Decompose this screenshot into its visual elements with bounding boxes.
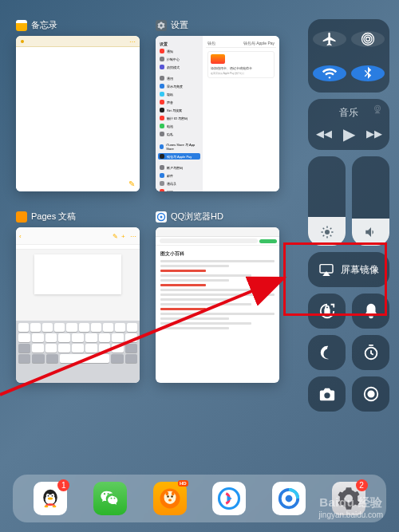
settings-row: 勿扰模式 (158, 64, 200, 70)
settings-row: 帐户与密码 (158, 164, 200, 171)
app-card-qqbrowser[interactable]: QQ浏览器HD 图文小百科 (156, 211, 279, 383)
notes-preview[interactable]: ⋯ ✎ (16, 36, 140, 191)
more-icon: ⋯ (130, 233, 136, 239)
dock-app-qqbrowser[interactable] (272, 482, 306, 515)
back-icon: ‹ (19, 233, 26, 239)
settings-row: 通知 (158, 48, 200, 54)
app-card-notes[interactable]: 备忘录 ⋯ ✎ (16, 19, 140, 191)
settings-row: 通用 (158, 75, 200, 81)
timer-button[interactable] (352, 335, 389, 370)
svg-point-28 (171, 495, 173, 498)
hd-badge: HD (178, 480, 188, 487)
app-card-pages[interactable]: Pages 文稿 ‹ ✎ + ⋯ (16, 211, 140, 383)
edit-icon: ⋯ (129, 38, 136, 45)
settings-row: 邮件 (158, 172, 200, 179)
app-switcher-area: 备忘录 ⋯ ✎ 设置 (0, 0, 305, 532)
svg-point-18 (48, 495, 49, 497)
qqbrowser-app-icon (156, 211, 167, 223)
settings-row: 墙纸 (158, 91, 200, 97)
settings-row: 显示与亮度 (158, 83, 200, 89)
settings-row: Siri 与搜索 (158, 107, 200, 113)
settings-row: iTunes Store 与 App Store (158, 142, 200, 152)
brightness-slider[interactable] (308, 156, 346, 246)
svg-point-12 (368, 391, 373, 396)
screen-mirror-label: 屏幕镜像 (341, 263, 379, 277)
airplay-audio-icon (372, 104, 383, 115)
pages-app-icon (16, 211, 27, 223)
screen-record-button[interactable] (352, 376, 389, 412)
svg-rect-9 (325, 309, 330, 313)
app-card-settings[interactable]: 设置 设置 通知控制中心勿扰模式通用显示与亮度墙纸声音Siri 与搜索触控 ID… (156, 19, 279, 191)
music-label: 音乐 (339, 106, 358, 120)
connectivity-tile[interactable] (308, 19, 389, 93)
brightness-icon (320, 225, 334, 239)
settings-row: 日历 (158, 188, 200, 191)
svg-point-27 (167, 495, 169, 498)
silent-mode-button[interactable] (352, 294, 389, 329)
svg-point-3 (364, 35, 372, 43)
svg-point-2 (366, 37, 370, 41)
next-track-icon[interactable]: ▶▶ (366, 128, 382, 140)
add-icon: + (121, 233, 128, 239)
settings-row: 电池 (158, 123, 200, 129)
svg-point-21 (45, 506, 49, 508)
dock-app-qq[interactable]: 1 (34, 482, 67, 515)
keyboard[interactable] (16, 321, 140, 383)
settings-row: 钱包与 Apple Pay (158, 153, 200, 160)
airplane-toggle[interactable] (313, 31, 346, 47)
notes-app-icon (16, 20, 27, 31)
badge: 1 (57, 479, 69, 491)
svg-point-29 (168, 499, 172, 501)
volume-slider[interactable] (352, 156, 389, 246)
dock-app-uc[interactable]: HD (153, 482, 187, 515)
brush-icon: ✎ (113, 233, 119, 239)
wifi-toggle[interactable] (313, 65, 346, 81)
app-label: QQ浏览器HD (171, 211, 223, 223)
compose-icon: ✎ (128, 179, 135, 188)
settings-row: 控制中心 (158, 56, 200, 62)
svg-point-5 (376, 107, 379, 110)
settings-row: 隐私 (158, 131, 200, 137)
screen-mirror-icon (318, 263, 334, 276)
control-center: 音乐 ◀◀ ▶ ▶▶ 屏幕镜像 (305, 0, 399, 532)
orientation-lock-button[interactable] (308, 294, 346, 329)
camera-button[interactable] (308, 376, 346, 412)
prev-track-icon[interactable]: ◀◀ (316, 128, 332, 140)
svg-point-20 (48, 498, 53, 500)
settings-header: 设置 (158, 39, 200, 48)
svg-point-32 (286, 495, 293, 502)
svg-point-7 (325, 230, 330, 234)
svg-point-1 (160, 215, 163, 218)
play-icon[interactable]: ▶ (343, 124, 355, 144)
settings-row: 通讯录 (158, 180, 200, 187)
settings-app-icon (156, 20, 167, 31)
app-label: 设置 (171, 19, 188, 31)
app-label: Pages 文稿 (31, 211, 76, 223)
watermark: Baidu 经验 jingyan.baidu.com (318, 495, 383, 519)
pages-preview[interactable]: ‹ ✎ + ⋯ (16, 227, 140, 383)
svg-point-22 (53, 506, 57, 508)
do-not-disturb-button[interactable] (308, 335, 346, 370)
screen-mirroring-button[interactable]: 屏幕镜像 (308, 252, 389, 287)
dock-app-wechat[interactable] (93, 482, 127, 515)
settings-row: 声音 (158, 99, 200, 105)
svg-point-19 (52, 495, 53, 497)
airdrop-toggle[interactable] (351, 31, 385, 47)
volume-icon (364, 225, 378, 239)
music-tile[interactable]: 音乐 ◀◀ ▶ ▶▶ (308, 99, 389, 150)
dock-app-youku[interactable] (212, 482, 246, 515)
settings-row: 触控 ID 与密码 (158, 115, 200, 121)
qqbrowser-preview[interactable]: 图文小百科 (156, 227, 279, 383)
app-label: 备忘录 (31, 19, 57, 31)
svg-point-25 (165, 491, 168, 495)
settings-preview[interactable]: 设置 通知控制中心勿扰模式通用显示与亮度墙纸声音Siri 与搜索触控 ID 与密… (156, 36, 279, 191)
badge: 2 (356, 479, 368, 491)
svg-point-26 (172, 491, 175, 495)
bluetooth-toggle[interactable] (351, 65, 385, 81)
